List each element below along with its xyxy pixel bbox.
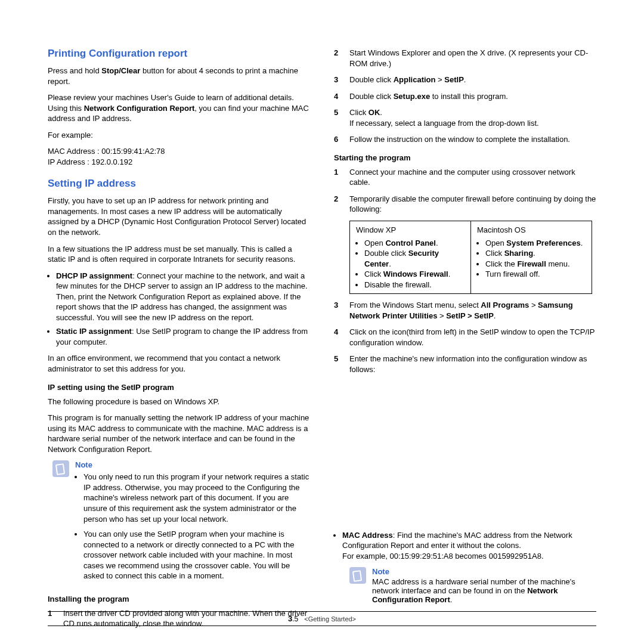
bold-text: OK [369,108,380,117]
bold-text: Windows Firewall [383,270,448,278]
bold-text: SetIP > SetIP [446,311,494,320]
step-item: 6 Follow the instruction on the window t… [334,134,596,145]
step-number: 5 [334,354,342,374]
text: Click [349,108,369,117]
step-item: 3 From the Windows Start menu, select Al… [334,300,596,321]
list-item: Click the Firewall menu. [485,259,586,270]
firewall-table: Window XP Open Control Panel. Double cli… [349,221,592,294]
text: . [533,249,535,258]
step-item: 1 Connect your machine and the computer … [334,167,596,188]
bold-text: Network Configuration Report [84,104,195,113]
page-footer: 3.5 <Getting Started> [48,611,596,626]
step-body: From the Windows Start menu, select All … [349,300,596,321]
subheading-installing: Installing the program [48,595,310,603]
step-list: 2 Start Windows Explorer and open the X … [334,48,596,145]
paragraph: This program is for manually setting the… [48,413,310,454]
bullet-list: MAC Address: Find the machine's MAC addr… [334,530,596,562]
text: > [435,75,444,84]
text: Click [485,249,504,258]
step-body: Double click Setup.exe to install this p… [349,91,596,102]
list-item: Double click Security Center. [364,248,465,269]
list-item: Turn firewall off. [485,269,586,280]
text: to install this program. [430,92,508,101]
step-item: 5 Enter the machine's new information in… [334,354,596,374]
bold-text: All Programs [481,301,529,309]
mac-address-example: MAC Address : 00:15:99:41:A2:78 [48,146,310,157]
step-body: Start Windows Explorer and open the X dr… [349,48,596,69]
paragraph: Press and hold Stop/Clear button for abo… [48,66,310,86]
paragraph: For example: [48,130,310,141]
step-item: 2 Temporarily disable the computer firew… [334,194,596,215]
list-item: Static IP assignment: Use SetIP program … [56,326,310,347]
text: Press and hold [48,66,101,75]
step-item: 2 Start Windows Explorer and open the X … [334,48,596,69]
page: Printing Configuration report Press and … [0,0,644,644]
cell-list: Open Control Panel. Double click Securit… [356,238,465,290]
list-item: DHCP IP assignment: Connect your machine… [56,271,310,323]
list-item: Open System Preferences. [485,238,586,249]
step-item: 4 Click on the icon(third from left) in … [334,327,596,348]
list-item: MAC Address: Find the machine's MAC addr… [342,530,596,562]
paragraph: In an office environment, we recommend t… [48,353,310,374]
cell-heading: Macintosh OS [477,225,526,234]
table-cell-windows: Window XP Open Control Panel. Double cli… [350,221,471,293]
note-label: Note [75,460,310,469]
list-item: Disable the firewall. [364,280,465,290]
step-list: 1 Connect your machine and the computer … [334,167,596,215]
list-item: You can only use the SetIP program when … [83,529,310,581]
bold-text: MAC Address [342,531,393,540]
note-box: Note You only need to run this program i… [52,460,310,586]
note-icon [349,567,366,584]
step-number: 2 [334,48,342,69]
text: Double click [349,92,394,101]
list-item: Click Windows Firewall. [364,269,465,280]
bold-text: Application [394,75,436,84]
ip-address-example: IP Address : 192.0.0.192 [48,157,310,168]
subheading-ip-setip: IP setting using the SetIP program [48,383,310,392]
text: > [437,311,446,320]
bold-text: Setup.exe [394,92,430,101]
list-item: Click Sharing. [485,248,586,259]
note-list: You only need to run this program if you… [75,472,310,581]
step-list: 3 From the Windows Start menu, select Al… [334,300,596,374]
step-body: Enter the machine's new information into… [349,354,596,374]
paragraph: Firstly, you have to set up an IP addres… [48,196,310,237]
note-box: Note MAC address is a hardware serial nu… [349,567,596,604]
step-body: Double click Application > SetIP. [349,75,596,85]
left-column: Printing Configuration report Press and … [48,48,310,635]
bold-text: Firewall [517,259,546,268]
step-body: Follow the instruction on the window to … [349,134,596,145]
paragraph: In a few situations the IP address must … [48,244,310,265]
step-number: 2 [334,194,342,215]
note-body: Note You only need to run this program i… [75,460,310,586]
text: . [389,259,391,268]
paragraph: The following procedure is based on Wind… [48,397,310,407]
text: . [450,595,453,604]
text: . [436,239,438,247]
text: Double click [364,249,408,258]
bold-text: Control Panel [385,239,436,247]
note-text: MAC address is a hardware serial number … [372,577,596,604]
text: . [380,108,382,117]
text: From the Windows Start menu, select [349,301,481,309]
cell-heading: Window XP [356,225,396,234]
bold-text: System Preferences [506,239,580,247]
text: . [581,239,583,247]
note-icon [52,460,69,477]
step-body: Temporarily disable the computer firewal… [349,194,596,215]
paragraph: Please review your machines User's Guide… [48,92,310,124]
step-number: 4 [334,91,342,102]
bullet-list: DHCP IP assignment: Connect your machine… [48,271,310,348]
step-item: 5 Click OK. If necessary, select a langu… [334,107,596,128]
step-body: Click OK. If necessary, select a languag… [349,107,596,128]
list-item: You only need to run this program if you… [83,472,310,524]
right-column: 2 Start Windows Explorer and open the X … [334,48,596,635]
step-item: 4 Double click Setup.exe to install this… [334,91,596,102]
example-block: MAC Address : 00:15:99:41:A2:78 IP Addre… [48,146,310,167]
page-minor: .5 [292,615,298,623]
text: . [448,270,451,278]
text: Open [364,239,385,247]
bold-text: Stop/Clear [101,66,140,75]
text: > [529,301,538,309]
text: Click the [485,259,517,268]
